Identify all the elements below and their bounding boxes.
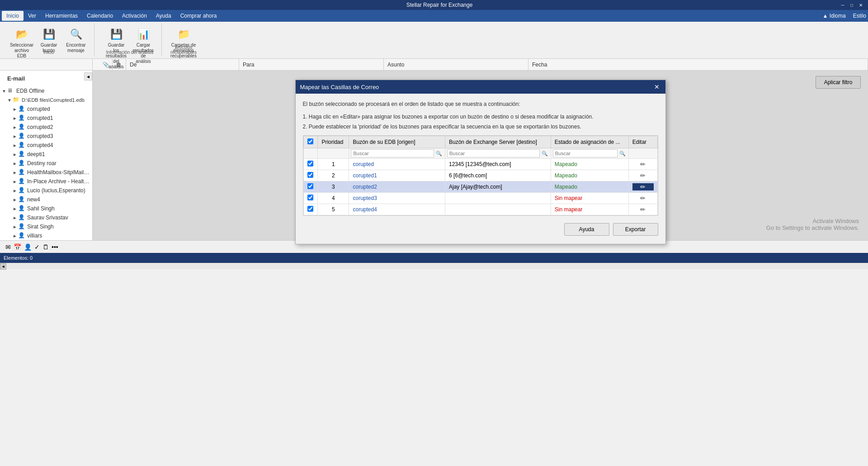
tree-item-corrupted3[interactable]: ► 👤 corrupted3: [0, 132, 92, 141]
col-header-fecha[interactable]: Fecha: [528, 59, 868, 70]
search-empty3: [628, 148, 657, 159]
bottom-icon-mail[interactable]: ✉: [5, 243, 11, 251]
row-edit-cell: ✏: [628, 159, 657, 170]
tree-toggle[interactable]: ▼: [2, 89, 7, 94]
row-checkbox[interactable]: [307, 206, 313, 212]
scroll-left-btn[interactable]: ◄: [0, 263, 6, 270]
guardar-resultados-label: Guardar losresultados del análisis: [106, 43, 127, 70]
style-menu[interactable]: Estilo: [853, 13, 866, 19]
row-edit-button[interactable]: ✏: [632, 161, 654, 168]
tree-label-corrupted4: corrupted4: [27, 142, 53, 148]
ayuda-button[interactable]: Ayuda: [564, 223, 609, 236]
th-priority[interactable]: Prioridad: [318, 136, 349, 148]
tree-item-healthmailbox[interactable]: ► 👤 HealthMailbox-SitplMail-Co...: [0, 168, 92, 177]
tree-item-saurav[interactable]: ► 👤 Saurav Srivastav: [0, 213, 92, 222]
col-header-para[interactable]: Para: [239, 59, 384, 70]
toggle[interactable]: ►: [13, 107, 18, 112]
ribbon-btn-guardar-resultados[interactable]: 💾 Guardar losresultados del análisis: [104, 25, 129, 71]
tree-item-inplace[interactable]: ► 👤 In-Place Archive - HealthMai...: [0, 177, 92, 186]
row-checkbox[interactable]: [307, 172, 313, 178]
menu-calendario[interactable]: Calendario: [82, 11, 118, 21]
row-checkbox[interactable]: [307, 161, 313, 166]
sidebar: E-mail ◄ ▼ 🖥 EDB Offline ▼ 📁 D:\EDB file…: [0, 71, 93, 240]
row-checkbox[interactable]: [307, 195, 313, 200]
ribbon-btn-cargar-resultados[interactable]: 📊 Cargar resultadosde análisis: [131, 25, 156, 66]
row-edit-button[interactable]: ✏: [632, 195, 654, 202]
exportar-button[interactable]: Exportar: [613, 223, 658, 236]
app-title: Stellar Repair for Exchange: [40, 2, 839, 8]
seleccionar-icon: 📂: [14, 27, 29, 42]
row-origen: corupted: [349, 159, 445, 170]
row-edit-button[interactable]: ✏: [632, 183, 654, 190]
select-all-checkbox[interactable]: [307, 138, 313, 144]
ribbon-group-inicio: 📂 Seleccionararchivo EDB 💾 Guardarbuzón …: [4, 24, 94, 57]
tree-item-corrupted[interactable]: ► 👤 corrupted: [0, 105, 92, 114]
th-estado[interactable]: Estado de asignación de ...: [551, 136, 628, 148]
row-edit-button[interactable]: ✏: [632, 206, 654, 213]
cargar-resultados-icon: 📊: [136, 27, 151, 42]
ribbon-btn-seleccionar[interactable]: 📂 Seleccionararchivo EDB: [9, 25, 34, 61]
tree-label-corrupted1: corrupted1: [27, 115, 53, 121]
close-button[interactable]: ✕: [857, 1, 864, 9]
ribbon-group-articulos: 📁 Carpetas de elementosrecuperables Artí…: [165, 24, 202, 57]
tree-item-sahil[interactable]: ► 👤 Sahil Singh: [0, 204, 92, 213]
minimize-button[interactable]: ─: [839, 1, 846, 9]
search-destino-icon: 🔍: [542, 151, 548, 157]
menu-inicio[interactable]: Inicio: [2, 11, 24, 21]
tree-item-new4[interactable]: ► 👤 new4: [0, 195, 92, 204]
menu-ver[interactable]: Ver: [24, 11, 41, 21]
tree-toggle-db[interactable]: ▼: [7, 98, 13, 103]
col-header-asunto[interactable]: Asunto: [384, 59, 528, 70]
sidebar-collapse-btn[interactable]: ◄: [84, 72, 92, 81]
search-destino-input[interactable]: [447, 149, 540, 157]
bottom-icon-tasks[interactable]: ✓: [34, 243, 40, 251]
search-estado-input[interactable]: [553, 149, 618, 157]
row-edit-button[interactable]: ✏: [632, 172, 654, 179]
bottom-icon-notes[interactable]: 🗒: [42, 243, 49, 251]
th-editar: Editar: [628, 136, 657, 148]
menu-comprar[interactable]: Comprar ahora: [176, 11, 222, 21]
modal-title-bar: Mapear las Casillas de Correo ✕: [296, 80, 665, 94]
h-scroll[interactable]: ◄: [0, 263, 868, 269]
user-icon-2: 👤: [18, 114, 25, 122]
row-origen: corupted4: [349, 204, 445, 215]
restore-button[interactable]: □: [848, 1, 855, 9]
table-row: 2 corupted1 6 [6@tech.com] Mapeado ✏: [303, 170, 657, 181]
menu-herramientas[interactable]: Herramientas: [41, 11, 82, 21]
tree-item-db[interactable]: ▼ 📁 D:\EDB files\Corrupted1.edb: [0, 95, 92, 105]
row-priority: 5: [318, 204, 349, 215]
menu-ayuda[interactable]: Ayuda: [151, 11, 176, 21]
tree-item-deepti1[interactable]: ► 👤 deepti1: [0, 150, 92, 159]
guardar-buzon-icon: 💾: [42, 27, 56, 42]
modal-step2: 2. Puede establecer la 'prioridad' de lo…: [303, 123, 658, 131]
modal-body: El buzón seleccionado se procesará en el…: [296, 94, 665, 244]
modal-close-button[interactable]: ✕: [653, 83, 661, 91]
language-menu[interactable]: ▲ Idioma: [822, 13, 845, 19]
row-origen: corupted1: [349, 170, 445, 181]
row-destino: [445, 193, 551, 204]
user-icon-10: 👤: [18, 187, 25, 194]
menu-activacion[interactable]: Activación: [118, 11, 151, 21]
row-edit-cell: ✏: [628, 170, 657, 181]
tree-item-lucio[interactable]: ► 👤 Lucio (lucius,Esperanto): [0, 186, 92, 195]
tree-item-corrupted2[interactable]: ► 👤 corrupted2: [0, 123, 92, 132]
row-checkbox[interactable]: [307, 183, 313, 189]
tree-item-root[interactable]: ▼ 🖥 EDB Offline: [0, 86, 92, 95]
tree-item-sirat[interactable]: ► 👤 Sirat Singh: [0, 222, 92, 231]
tree-item-villiars[interactable]: ► 👤 villiars: [0, 231, 92, 240]
window-controls: ─ □ ✕: [839, 1, 864, 9]
ribbon-btn-carpetas[interactable]: 📁 Carpetas de elementosrecuperables: [171, 25, 196, 61]
user-icon-13: 👤: [18, 214, 25, 221]
guardar-resultados-icon: 💾: [109, 27, 123, 42]
tree-item-corrupted1[interactable]: ► 👤 corrupted1: [0, 114, 92, 123]
th-origen[interactable]: Buzón de su EDB [origen]: [349, 136, 445, 148]
search-origen-input[interactable]: [351, 149, 434, 157]
bottom-icon-contacts[interactable]: 👤: [24, 243, 32, 251]
modal-title: Mapear las Casillas de Correo: [300, 84, 379, 90]
bottom-icon-more[interactable]: •••: [52, 243, 58, 251]
tree-item-destiny[interactable]: ► 👤 Destiny roar: [0, 159, 92, 168]
bottom-icon-calendar[interactable]: 📅: [14, 243, 21, 251]
th-destino[interactable]: Buzón de Exchange Server [destino]: [445, 136, 551, 148]
ribbon-buttons-inicio: 📂 Seleccionararchivo EDB 💾 Guardarbuzón …: [9, 24, 89, 61]
tree-item-corrupted4[interactable]: ► 👤 corrupted4: [0, 141, 92, 150]
